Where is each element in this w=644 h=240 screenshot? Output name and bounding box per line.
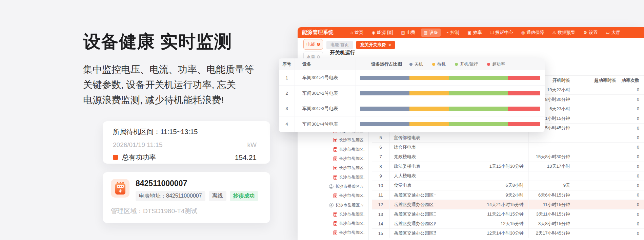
table-row[interactable]: 5 宣传部楼电表 0 (372, 133, 644, 143)
tree-item[interactable]: 长沙市岳麓区... → ∨ (324, 200, 368, 209)
popup-row[interactable]: 1 车间301>1号电表 (279, 70, 545, 86)
cell-over-count: 0 (621, 152, 644, 161)
run-ratio-popup: 序号 设备 设备运行占比图 关机 待机 (279, 58, 545, 132)
close-icon[interactable]: × (388, 43, 391, 48)
nav-item[interactable]: ▭ 大屏 (603, 29, 623, 37)
tree-item[interactable]: 长沙市岳麓区... → ∨ (324, 163, 368, 172)
popup-row[interactable]: 3 车间301>3号电表 (279, 101, 545, 116)
energy-type-electric-button[interactable]: 电能 (303, 39, 323, 50)
radio-icon (317, 55, 320, 58)
table-row[interactable]: 9 人大楼电表 0 (372, 171, 644, 181)
legend-item[interactable]: 开机/运行 (455, 61, 478, 67)
chevron-down-icon[interactable]: ∨ (361, 203, 364, 207)
nav-item[interactable]: ◔ 控制 (444, 29, 462, 37)
arrow-right-icon[interactable]: → (360, 212, 364, 216)
nav-item[interactable]: ◉ 能源 0 (369, 29, 396, 37)
tree-item[interactable]: 长沙市岳麓区... → ∨ (324, 182, 368, 191)
arrow-right-icon[interactable]: → (360, 194, 364, 198)
group-icon (329, 184, 334, 189)
table-row[interactable]: 10 食堂电表 6天8小时 9天 0 (372, 181, 644, 190)
cell-no: 13 (372, 209, 390, 219)
popup-chart-title: 设备运行占比图 (371, 61, 402, 67)
popup-body: 1 车间301>1号电表 2 车间301>2号电表 3 车间 (279, 70, 545, 132)
cell-no: 14 (372, 219, 390, 228)
nav-item[interactable]: ⌂ 首页 (348, 29, 366, 37)
bar-segment (449, 107, 508, 111)
nav-item[interactable]: ❏ 投诉中心 (487, 29, 516, 37)
tree-item[interactable]: 长沙市岳麓区... → ∨ (324, 219, 368, 228)
tree-item[interactable]: 长沙市岳麓区... → ∨ (324, 135, 368, 145)
tree-item[interactable]: 长沙市岳麓区... → ∨ (324, 145, 368, 154)
table-row[interactable]: 6 综合楼电表 0 (372, 143, 644, 152)
nav-item[interactable]: ▤ 电费 (398, 29, 418, 37)
tree-item[interactable]: 长沙市岳麓区... → ∨ (324, 172, 368, 182)
bar-segment (508, 76, 540, 80)
tree-item[interactable]: 长沙市岳麓区... → ∨ (324, 238, 368, 240)
complaint-center-icon: ❏ (490, 30, 494, 35)
nav-label: 大屏 (611, 30, 620, 36)
legend-item[interactable]: 关机 (409, 61, 423, 67)
nav-item[interactable]: ▦ 设备 (421, 29, 441, 37)
arrow-right-icon[interactable]: → (360, 138, 364, 142)
table-row[interactable]: 15 岳麓区交通办公园区五... 12天14小时30分钟 2天17小时45分钟 … (372, 229, 644, 238)
device-card[interactable]: 842511000007 电表地址：842511000007 离线 抄读成功 管… (103, 172, 270, 223)
table-row[interactable]: 13 岳麓区交通办公园区三... 11天21小时15分钟 3天11小时15分钟 … (372, 209, 644, 219)
popup-cell-no: 2 (279, 86, 295, 100)
meter-address-badge: 电表地址：842511000007 (136, 191, 205, 201)
nav-item[interactable]: ⚙ 设置 (581, 29, 601, 37)
nav-item[interactable]: ⚠ 数据预警 (550, 29, 578, 37)
cell-over-duration (575, 162, 621, 171)
big-screen-icon: ▭ (606, 30, 610, 35)
arrow-right-icon[interactable]: → (360, 166, 364, 170)
cell-over-count: 0 (621, 209, 644, 219)
table-row[interactable]: 11 岳麓区交通办公园区一... 9天2小时 6天6小时15分钟 0 (372, 190, 644, 200)
bar-segment (508, 107, 540, 111)
cell-power-on: 3天8小时15分钟 (529, 219, 575, 228)
popup-row[interactable]: 4 车间301>4号电表 (279, 116, 545, 132)
tab[interactable]: 忘关开关浪费 × (356, 41, 395, 49)
tab[interactable]: 电能-首页 (326, 41, 353, 49)
cell-a (436, 229, 482, 238)
cell-a (436, 143, 482, 152)
tree-item[interactable]: 长沙市岳麓区... → ∨ (324, 210, 368, 219)
cell-standby (482, 143, 529, 152)
table-row[interactable]: 7 党政楼电表 15天8小时30分钟 0 (372, 152, 644, 162)
standby-range-label: 所属待机区间：11:15~13:15 (113, 127, 257, 136)
chevron-down-icon[interactable]: ∨ (361, 184, 364, 189)
tree-item[interactable]: 长沙市岳麓区... → ∨ (324, 154, 368, 163)
cell-over-duration (575, 143, 621, 152)
chart-legend: 关机 待机 开机/运行 (409, 61, 505, 67)
legend-dot-icon (455, 63, 458, 66)
main-nav: ⌂ 首页 ◉ 能源 0 ▤ 电费 (348, 27, 623, 38)
popup-cell-device: 车间301>2号电表 (295, 86, 356, 100)
bar-segment (360, 91, 409, 95)
control-icon: ◔ (446, 30, 449, 35)
arrow-right-icon[interactable]: → (360, 147, 364, 151)
col-header-over-duration: 超功率时长 (575, 76, 621, 85)
legend-item[interactable]: 超功率 (487, 61, 505, 67)
arrow-right-icon[interactable]: → (360, 222, 364, 226)
cell-over-count: 0 (621, 143, 644, 152)
table-row[interactable]: 12 岳麓区交通办公园区二... 14天21小时15分钟 11小时15分钟 0 (372, 200, 644, 209)
tree-item[interactable]: 长沙市岳麓区... → ∨ (324, 191, 368, 200)
legend-item[interactable]: 待机 (432, 61, 446, 67)
legend-dot-icon (432, 63, 435, 66)
cell-device: 岳麓区交通办公园区五... (390, 229, 436, 238)
page-title: 设备健康 实时监测 (83, 30, 232, 54)
arrow-right-icon[interactable]: → (360, 157, 364, 161)
arrow-right-icon[interactable]: → (360, 175, 364, 179)
bar-segment (449, 76, 508, 80)
tree-item[interactable]: 长沙市岳麓区... → ∨ (324, 228, 368, 237)
radio-selected-icon (317, 43, 320, 46)
popup-col-device: 设备 (295, 58, 356, 70)
nav-item[interactable]: ◎ 通信保障 (519, 29, 547, 37)
arrow-right-icon[interactable]: → (360, 231, 364, 235)
cell-standby: 11天21小时15分钟 (482, 209, 529, 219)
nav-label: 能源 (377, 30, 386, 36)
cell-over-duration (575, 181, 621, 190)
cell-over-count: 0 (621, 171, 644, 181)
nav-item[interactable]: ▣ 效率 (465, 29, 484, 37)
table-row[interactable]: 8 政法委楼电表 1天15小时30分钟 13天17小时 0 (372, 162, 644, 171)
popup-row[interactable]: 2 车间301>2号电表 (279, 86, 545, 101)
table-row[interactable]: 14 岳麓区交通办公园区四... 12天15分钟 3天8小时15分钟 0 (372, 219, 644, 229)
